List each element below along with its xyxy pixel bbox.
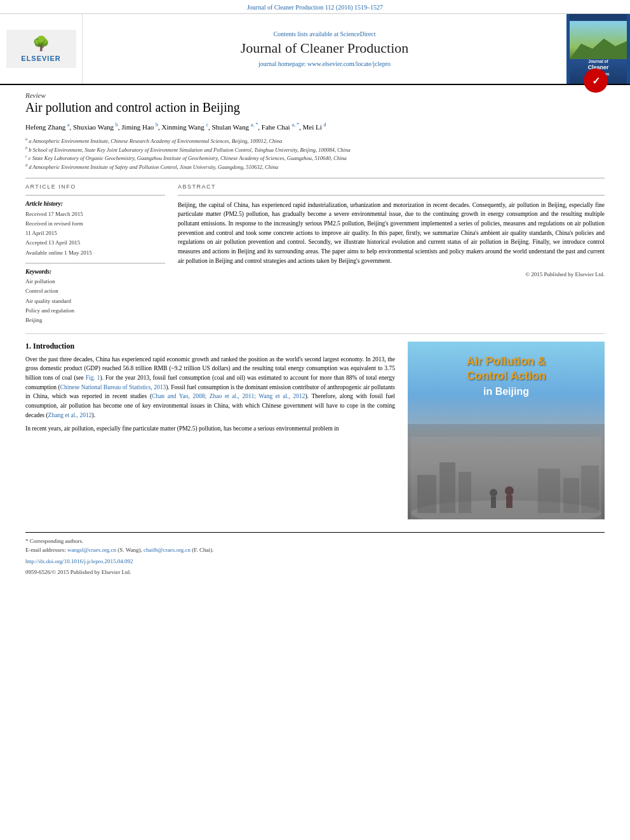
introduction-text: 1. Introduction Over the past three deca… [25,342,395,519]
mountain-decoration [570,34,627,59]
article-info-column: ARTICLE INFO Article history: Received 1… [25,183,165,326]
introduction-section: 1. Introduction Over the past three deca… [25,342,605,519]
accepted-date: Accepted 13 April 2015 [25,238,165,248]
copyright-notice: © 2015 Published by Elsevier Ltd. [178,271,605,277]
article-info-heading: ARTICLE INFO [25,183,165,190]
svg-rect-11 [411,437,601,519]
intro-paragraph-1: Over the past three decades, China has e… [25,355,395,420]
abstract-text: Beijing, the capital of China, has exper… [178,201,605,266]
crossmark-badge[interactable]: ✓ [584,69,608,93]
authors-line: Hefeng Zhang a, Shuxiao Wang b, Jiming H… [25,121,605,133]
affiliation-a: a a Atmospheric Environment Institute, C… [25,137,605,145]
keyword-2: Control action [25,286,165,296]
available-online: Available online 1 May 2015 [25,248,165,258]
abstract-column: ABSTRACT Beijing, the capital of China, … [178,183,605,326]
homepage-url[interactable]: www.elsevier.com/locate/jclepro [307,60,391,67]
intro-paragraph-2: In recent years, air pollution, especial… [25,424,395,434]
revised-date: 11 April 2015 [25,229,165,238]
email-addresses-line: E-mail addresses: wangsl@craes.org.cn (S… [25,545,605,554]
section-type-label: Review [25,91,605,99]
image-subtitle: in Beijing [483,386,529,397]
affiliation-b: b b School of Environment, State Key Joi… [25,145,605,154]
history-label: Article history: [25,201,165,207]
cbs-ref-link[interactable]: Chinese National Bureau of Statistics, 2… [60,384,166,390]
corresponding-authors-note: * Corresponding authors. [25,537,605,545]
email2-link[interactable]: chaifh@craes.org.cn [144,547,191,553]
tree-icon: 🌳 [32,36,50,52]
abstract-heading: ABSTRACT [178,183,605,190]
homepage-line: journal homepage: www.elsevier.com/locat… [258,60,391,67]
citation-bar: Journal of Cleaner Production 112 (2016)… [0,0,630,14]
section-break-1 [25,333,605,334]
journal-name: Journal of Cleaner Production [241,40,409,57]
intro-section-title: 1. Introduction [25,342,395,351]
received-date: Received 17 March 2015 [25,210,165,219]
chan-ref-link[interactable]: Chan and Yao, 2008; Zhao et al., 2011; W… [152,393,305,399]
header-divider [25,178,605,178]
sciencedirect-link[interactable]: ScienceDirect [340,30,375,37]
journal-cover-image [570,21,627,59]
affiliations-block: a a Atmospheric Environment Institute, C… [25,137,605,171]
affiliation-c: c c State Key Laboratory of Organic Geoc… [25,154,605,163]
keyword-3: Air quality standard [25,297,165,306]
keyword-5: Beijing [25,316,165,325]
journal-title-area: Contents lists available at ScienceDirec… [83,14,566,84]
abstract-divider [178,195,605,196]
affiliation-d: d d Atmospheric Environment Institute of… [25,163,605,171]
fig1-link[interactable]: Fig. 1 [86,375,100,381]
title-row: ✓ Air pollution and control action in Be… [25,100,605,115]
citation-text: Journal of Cleaner Production 112 (2016)… [247,4,383,11]
article-info-divider [25,195,165,196]
journal-header: 🌳 ELSEVIER Contents lists available at S… [0,14,630,85]
elsevier-wordmark: ELSEVIER [21,55,60,62]
sciencedirect-line: Contents lists available at ScienceDirec… [273,30,375,37]
article-title: Air pollution and control action in Beij… [25,100,605,115]
article-info-abstract-row: ARTICLE INFO Article history: Received 1… [25,183,605,326]
received-revised-label: Received in revised form [25,219,165,229]
footnotes-section: * Corresponding authors. E-mail addresse… [25,532,605,577]
email1-link[interactable]: wangsl@craes.org.cn [67,547,116,553]
elsevier-logo: 🌳 ELSEVIER [6,30,76,68]
keyword-1: Air pollution [25,277,165,286]
keywords-label: Keywords: [25,269,165,275]
keywords-divider [25,263,165,263]
main-content-area: Review ✓ Air pollution and control actio… [0,85,630,583]
issn-line: 0959-6526/© 2015 Published by Elsevier L… [25,568,605,577]
intro-image-column: Air Pollution & Control Action in Beijin… [408,342,605,519]
elsevier-logo-container: 🌳 ELSEVIER [0,14,83,84]
image-title: Air Pollution & Control Action [467,354,546,384]
zhang-ref-link[interactable]: Zhang et al., 2012 [48,412,92,418]
image-scene-svg [411,437,601,519]
cover-image: Air Pollution & Control Action in Beijin… [408,342,605,519]
doi-link[interactable]: http://dx.doi.org/10.1016/j.jclepro.2015… [25,557,605,566]
keyword-4: Policy and regulation [25,306,165,316]
